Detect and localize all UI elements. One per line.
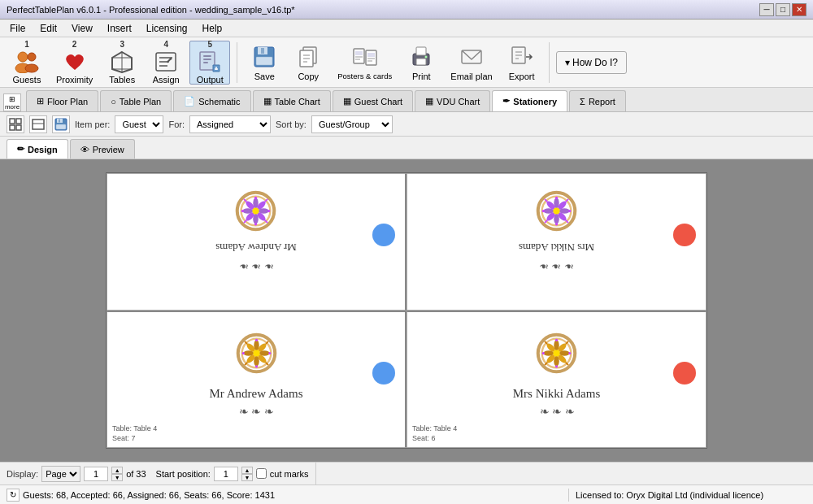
- toolbar-separator-2: [549, 42, 550, 83]
- svg-rect-20: [261, 48, 264, 54]
- for-select[interactable]: Assigned: [189, 115, 271, 133]
- for-label: For:: [168, 119, 185, 129]
- tab-table-chart[interactable]: ▦ Table Chart: [253, 90, 331, 111]
- tab-vdu-chart[interactable]: ▦ VDU Chart: [415, 90, 490, 111]
- tab-stationery[interactable]: ✒ Stationery: [492, 90, 567, 111]
- page-down-button[interactable]: ▼: [111, 474, 123, 481]
- svg-point-92: [555, 223, 558, 225]
- cut-marks-checkbox[interactable]: [256, 468, 267, 479]
- tab-report[interactable]: Σ Report: [569, 90, 626, 111]
- page-separator: of 33: [126, 469, 146, 479]
- design-preview-tabs: ✏ Design 👁 Preview: [0, 137, 813, 159]
- refresh-button[interactable]: ↻: [7, 489, 20, 502]
- svg-point-90: [568, 210, 571, 212]
- svg-rect-12: [200, 52, 215, 70]
- sub-tool-2[interactable]: [29, 115, 47, 133]
- toolbar-assign[interactable]: 4 Assign: [146, 41, 186, 85]
- card-top-left: ❧ ❧ ❧ Mr Andrew Adams: [107, 173, 406, 311]
- menu-view[interactable]: View: [65, 21, 99, 36]
- posters-label: Posters & cards: [337, 72, 392, 80]
- item-per-select[interactable]: Guest: [115, 115, 163, 133]
- how-do-i-button[interactable]: ▾ How Do I?: [556, 51, 627, 74]
- menu-file[interactable]: File: [3, 21, 32, 36]
- display-select[interactable]: Page: [41, 466, 80, 482]
- sort-by-label: Sort by:: [276, 119, 307, 129]
- card-top-right-name-flipped: Mrs Nikki Adams: [519, 241, 594, 254]
- svg-point-38: [425, 55, 428, 58]
- minimize-button[interactable]: ─: [759, 3, 774, 16]
- menu-edit[interactable]: Edit: [33, 21, 63, 36]
- svg-point-65: [253, 207, 259, 214]
- tab-bar: ⊞more ⊞ Floor Plan ○ Table Plan 📄 Schema…: [0, 88, 813, 112]
- card-top-right-flower: [530, 182, 583, 237]
- toolbar-guests[interactable]: 1 Guests: [7, 41, 47, 85]
- toolbar-posters[interactable]: Posters & cards: [332, 41, 398, 85]
- card-top-right: ❧ ❧ ❧ Mrs Nikki Adams: [406, 173, 706, 311]
- output-label: Output: [197, 75, 224, 85]
- svg-rect-31: [355, 59, 360, 60]
- start-pos-up-button[interactable]: ▲: [241, 467, 253, 474]
- table-plan-icon: ○: [111, 97, 116, 106]
- toolbar-separator-1: [237, 42, 237, 83]
- info-bar: ↻ Guests: 68, Accepted: 66, Assigned: 66…: [0, 484, 813, 504]
- blue-dot-bottom-left: [372, 362, 395, 385]
- svg-point-112: [254, 365, 257, 367]
- toolbar-export[interactable]: Export: [502, 41, 542, 85]
- start-position-input[interactable]: [214, 467, 238, 481]
- copy-icon: [295, 44, 321, 70]
- toolbar-save[interactable]: Save: [244, 41, 285, 85]
- print-label: Print: [412, 72, 431, 81]
- svg-point-109: [241, 352, 244, 354]
- svg-rect-44: [10, 119, 15, 124]
- svg-point-0: [18, 52, 28, 62]
- card-bottom-left-info: Table: Table 4 Seat: 7: [112, 424, 157, 444]
- infobar-left: ↻ Guests: 68, Accepted: 66, Assigned: 66…: [0, 489, 569, 502]
- start-pos-down-button[interactable]: ▼: [241, 474, 253, 481]
- menu-help[interactable]: Help: [196, 21, 229, 36]
- infobar-right: Licensed to: Oryx Digital Ltd (individua…: [569, 490, 813, 500]
- assign-icon: [153, 50, 179, 73]
- toolbar-email[interactable]: Email plan: [445, 41, 498, 85]
- svg-rect-33: [367, 58, 375, 59]
- sub-tool-1[interactable]: [7, 115, 24, 133]
- tab-design[interactable]: ✏ Design: [7, 139, 68, 159]
- stats-text: Guests: 68, Accepted: 66, Assigned: 66, …: [23, 490, 275, 500]
- guests-icon: [14, 50, 40, 73]
- tab-guest-chart[interactable]: ▦ Guest Chart: [333, 90, 413, 111]
- tab-table-plan[interactable]: ○ Table Plan: [100, 90, 172, 111]
- assign-label: Assign: [153, 75, 180, 85]
- card-bottom-left-name: Mr Andrew Adams: [210, 387, 303, 401]
- export-label: Export: [509, 72, 535, 81]
- schematic-icon: 📄: [184, 96, 195, 106]
- menu-licensing[interactable]: Licensing: [140, 21, 194, 36]
- start-position-spinner: ▲ ▼: [241, 467, 253, 481]
- sort-by-select[interactable]: Guest/Group: [311, 115, 393, 133]
- svg-point-93: [555, 197, 558, 199]
- toolbar: 1 Guests 2 Proximity 3: [0, 37, 813, 88]
- how-do-i-label: ▾ How Do I?: [565, 57, 618, 68]
- sub-tool-save[interactable]: [52, 115, 70, 133]
- page-spinner: ▲ ▼: [111, 467, 123, 481]
- tab-preview-label: Preview: [93, 145, 124, 154]
- menu-insert[interactable]: Insert: [101, 21, 138, 36]
- toolbar-tables[interactable]: 3 Tables: [102, 41, 142, 85]
- toolbar-proximity[interactable]: 2 Proximity: [50, 41, 98, 85]
- svg-rect-29: [355, 51, 363, 55]
- page-up-button[interactable]: ▲: [111, 467, 123, 474]
- toolbar-print[interactable]: Print: [401, 41, 441, 85]
- close-button[interactable]: ✕: [792, 3, 806, 16]
- toolbar-output[interactable]: 5 Output: [189, 41, 230, 85]
- more-button[interactable]: ⊞more: [3, 93, 21, 111]
- svg-point-2: [28, 53, 36, 61]
- sub-toolbar: Item per: Guest For: Assigned Sort by: G…: [0, 112, 813, 137]
- toolbar-copy[interactable]: Copy: [288, 41, 328, 85]
- tab-schematic[interactable]: 📄 Schematic: [173, 90, 250, 111]
- svg-rect-14: [203, 59, 211, 60]
- output-icon: [197, 50, 223, 73]
- tab-floor-plan[interactable]: ⊞ Floor Plan: [26, 90, 98, 111]
- page-current-input[interactable]: [84, 467, 108, 481]
- proximity-label: Proximity: [56, 75, 93, 85]
- svg-point-131: [555, 339, 558, 341]
- maximize-button[interactable]: □: [776, 3, 790, 16]
- tab-preview[interactable]: 👁 Preview: [70, 139, 135, 159]
